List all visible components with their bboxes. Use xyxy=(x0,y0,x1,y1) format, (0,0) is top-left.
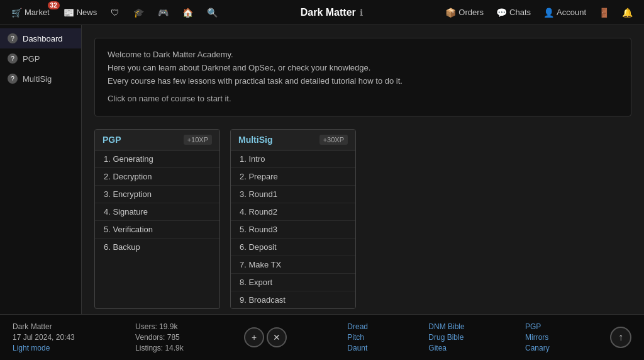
footer-link-mirrors[interactable]: Mirrors xyxy=(525,333,550,342)
footer-link-drugbible[interactable]: Drug Bible xyxy=(428,333,464,342)
nav-item-search[interactable]: 🔍 xyxy=(202,5,223,20)
pgp-lesson-1[interactable]: 1. Generating xyxy=(95,150,219,168)
main-layout: ? Dashboard ? PGP ? MultiSig Welcome to … xyxy=(0,25,644,314)
footer-listings: Listings: 14.9k xyxy=(135,344,184,352)
market-icon: 🛒 xyxy=(11,8,22,18)
footer: Dark Matter 17 Jul 2024, 20:43 Light mod… xyxy=(0,314,644,360)
course-pgp-xp: +10XP xyxy=(184,135,212,145)
sidebar-pgp-label: PGP xyxy=(23,54,40,64)
footer-link-gitea[interactable]: Gitea xyxy=(428,344,464,352)
logout-icon: 🚪 xyxy=(599,8,609,18)
nav-news-label: News xyxy=(77,8,97,17)
pgp-q-icon: ? xyxy=(8,53,18,64)
site-title: Dark Matter xyxy=(301,7,356,18)
footer-wrench-icon[interactable]: ✕ xyxy=(267,327,287,347)
welcome-line1: Welcome to Dark Matter Academy. xyxy=(108,48,618,62)
multisig-lesson-9[interactable]: 9. Broadcast xyxy=(231,291,355,308)
sidebar-item-pgp[interactable]: ? PGP xyxy=(0,48,81,69)
pgp-lesson-2[interactable]: 2. Decryption xyxy=(95,168,219,186)
nav-account-label: Account xyxy=(557,8,586,17)
footer-link-pgp[interactable]: PGP xyxy=(525,322,550,331)
footer-link-daunt[interactable]: Daunt xyxy=(347,344,368,352)
shield-icon: 🛡 xyxy=(111,8,119,18)
multisig-lesson-6[interactable]: 6. Deposit xyxy=(231,239,355,256)
nav-item-academy[interactable]: 🎓 xyxy=(128,5,149,20)
nav-chats-label: Chats xyxy=(509,8,531,17)
nav-market-label: Market xyxy=(25,8,50,17)
nav-item-shield[interactable]: 🛡 xyxy=(106,5,125,20)
footer-site-name: Dark Matter xyxy=(13,322,75,331)
multisig-lesson-2[interactable]: 2. Prepare xyxy=(231,168,355,186)
nav-item-chats[interactable]: 💬 Chats xyxy=(491,5,536,20)
pgp-lesson-3[interactable]: 3. Encryption xyxy=(95,186,219,203)
multisig-lesson-8[interactable]: 8. Export xyxy=(231,274,355,291)
welcome-line3: Every course has few lessons with practi… xyxy=(108,75,618,88)
chats-icon: 💬 xyxy=(496,8,507,18)
graduation-icon: 🎓 xyxy=(133,8,144,18)
course-multisig: MultiSig +30XP 1. Intro 2. Prepare 3. Ro… xyxy=(230,129,356,309)
footer-link-dnmbible[interactable]: DNM Bible xyxy=(428,322,464,331)
nav-item-home[interactable]: 🏠 xyxy=(177,5,198,20)
controller-icon: 🎮 xyxy=(158,8,169,18)
course-multisig-list: 1. Intro 2. Prepare 3. Round1 4. Round2 … xyxy=(231,150,355,308)
course-pgp-title[interactable]: PGP xyxy=(103,135,121,145)
footer-vendors: Vendors: 785 xyxy=(135,333,184,342)
footer-icons: + ✕ xyxy=(244,327,287,347)
nav-item-news[interactable]: 📰 News xyxy=(58,5,103,20)
info-icon[interactable]: ℹ xyxy=(360,8,363,18)
orders-icon: 📦 xyxy=(445,8,456,18)
multisig-lesson-5[interactable]: 5. Round3 xyxy=(231,221,355,239)
news-icon: 📰 xyxy=(64,8,74,18)
market-badge-count: 32 xyxy=(48,1,60,9)
multisig-lesson-7[interactable]: 7. Make TX xyxy=(231,256,355,274)
footer-links-col2: DNM Bible Drug Bible Gitea xyxy=(428,322,464,352)
pgp-lesson-5[interactable]: 5. Verification xyxy=(95,221,219,239)
footer-links-col1: Dread Pitch Daunt xyxy=(347,322,368,352)
course-multisig-xp: +30XP xyxy=(319,135,348,145)
footer-link-pitch[interactable]: Pitch xyxy=(347,333,368,342)
footer-date: 17 Jul 2024, 20:43 xyxy=(13,333,75,342)
bell-icon: 🔔 xyxy=(622,8,633,18)
welcome-box: Welcome to Dark Matter Academy. Here you… xyxy=(94,38,631,116)
nav-item-orders[interactable]: 📦 Orders xyxy=(440,5,489,20)
footer-link-canary[interactable]: Canary xyxy=(525,344,550,352)
footer-links-col3: PGP Mirrors Canary xyxy=(525,322,550,352)
search-icon: 🔍 xyxy=(207,8,218,18)
course-pgp: PGP +10XP 1. Generating 2. Decryption 3.… xyxy=(94,129,220,309)
nav-orders-label: Orders xyxy=(458,8,484,17)
scroll-top-button[interactable]: ↑ xyxy=(610,327,631,348)
pgp-lesson-4[interactable]: 4. Signature xyxy=(95,203,219,221)
nav-item-notifications[interactable]: 🔔 xyxy=(617,5,638,20)
sidebar: ? Dashboard ? PGP ? MultiSig xyxy=(0,25,82,314)
dashboard-q-icon: ? xyxy=(8,33,18,43)
sidebar-dashboard-label: Dashboard xyxy=(23,34,63,43)
nav-item-games[interactable]: 🎮 xyxy=(153,5,174,20)
multisig-q-icon: ? xyxy=(8,74,18,84)
course-pgp-list: 1. Generating 2. Decryption 3. Encryptio… xyxy=(95,150,219,256)
footer-plus-icon[interactable]: + xyxy=(244,327,264,347)
course-multisig-header: MultiSig +30XP xyxy=(231,130,355,150)
multisig-lesson-1[interactable]: 1. Intro xyxy=(231,150,355,168)
account-icon: 👤 xyxy=(543,8,554,18)
footer-users: Users: 19.9k xyxy=(135,322,184,331)
sidebar-item-dashboard[interactable]: ? Dashboard xyxy=(0,28,81,48)
courses-row: PGP +10XP 1. Generating 2. Decryption 3.… xyxy=(94,129,631,309)
nav-item-market[interactable]: 🛒 Market 32 xyxy=(6,5,55,20)
nav-item-account[interactable]: 👤 Account xyxy=(538,5,591,20)
main-content: Welcome to Dark Matter Academy. Here you… xyxy=(82,25,644,314)
multisig-lesson-4[interactable]: 4. Round2 xyxy=(231,203,355,221)
footer-light-mode[interactable]: Light mode xyxy=(13,344,75,352)
welcome-line2: Here you can learn about Darknet and OpS… xyxy=(108,62,618,75)
course-pgp-header: PGP +10XP xyxy=(95,130,219,150)
top-navigation: 🛒 Market 32 📰 News 🛡 🎓 🎮 🏠 🔍 Dark Matter… xyxy=(0,0,644,25)
footer-stats: Users: 19.9k Vendors: 785 Listings: 14.9… xyxy=(135,322,184,352)
multisig-lesson-3[interactable]: 3. Round1 xyxy=(231,186,355,203)
course-multisig-title[interactable]: MultiSig xyxy=(238,135,272,145)
nav-item-logout[interactable]: 🚪 xyxy=(594,5,614,20)
welcome-click: Click on name of course to start it. xyxy=(108,93,618,106)
sidebar-item-multisig[interactable]: ? MultiSig xyxy=(0,69,81,89)
nav-left: 🛒 Market 32 📰 News 🛡 🎓 🎮 🏠 🔍 xyxy=(6,5,223,20)
sidebar-multisig-label: MultiSig xyxy=(23,74,52,84)
footer-link-dread[interactable]: Dread xyxy=(347,322,368,331)
pgp-lesson-6[interactable]: 6. Backup xyxy=(95,239,219,256)
